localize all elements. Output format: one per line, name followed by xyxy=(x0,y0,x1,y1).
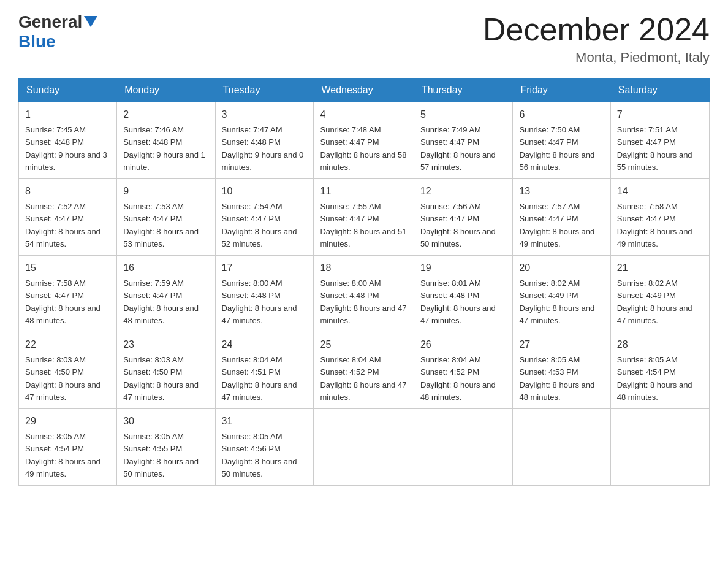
table-row: 22 Sunrise: 8:03 AMSunset: 4:50 PMDaylig… xyxy=(19,332,117,409)
table-row: 15 Sunrise: 7:58 AMSunset: 4:47 PMDaylig… xyxy=(19,256,117,332)
day-number: 1 xyxy=(25,107,110,122)
day-number: 8 xyxy=(25,184,110,199)
day-number: 25 xyxy=(320,337,407,352)
day-info: Sunrise: 8:03 AMSunset: 4:50 PMDaylight:… xyxy=(25,355,100,402)
col-monday: Monday xyxy=(117,79,215,102)
table-row: 4 Sunrise: 7:48 AMSunset: 4:47 PMDayligh… xyxy=(314,102,414,179)
day-info: Sunrise: 8:05 AMSunset: 4:54 PMDaylight:… xyxy=(617,355,692,402)
day-number: 16 xyxy=(123,261,208,275)
day-number: 21 xyxy=(617,261,703,275)
table-row: 20 Sunrise: 8:02 AMSunset: 4:49 PMDaylig… xyxy=(513,256,610,332)
day-number: 30 xyxy=(123,414,208,429)
day-info: Sunrise: 7:48 AMSunset: 4:47 PMDaylight:… xyxy=(320,125,406,172)
day-info: Sunrise: 7:58 AMSunset: 4:47 PMDaylight:… xyxy=(617,202,692,248)
table-row: 21 Sunrise: 8:02 AMSunset: 4:49 PMDaylig… xyxy=(610,256,709,332)
calendar-table: Sunday Monday Tuesday Wednesday Thursday… xyxy=(18,78,710,486)
day-number: 24 xyxy=(222,337,308,352)
table-row: 25 Sunrise: 8:04 AMSunset: 4:52 PMDaylig… xyxy=(314,332,414,409)
col-friday: Friday xyxy=(513,79,610,102)
day-info: Sunrise: 7:52 AMSunset: 4:47 PMDaylight:… xyxy=(25,202,100,248)
day-info: Sunrise: 7:49 AMSunset: 4:47 PMDaylight:… xyxy=(420,125,496,172)
day-number: 17 xyxy=(222,261,308,275)
day-info: Sunrise: 7:57 AMSunset: 4:47 PMDaylight:… xyxy=(519,202,594,248)
day-number: 19 xyxy=(420,261,507,275)
day-info: Sunrise: 8:04 AMSunset: 4:52 PMDaylight:… xyxy=(320,355,406,402)
table-row: 11 Sunrise: 7:55 AMSunset: 4:47 PMDaylig… xyxy=(314,179,414,256)
day-info: Sunrise: 8:04 AMSunset: 4:52 PMDaylight:… xyxy=(420,355,496,402)
day-number: 26 xyxy=(420,337,507,352)
day-info: Sunrise: 7:56 AMSunset: 4:47 PMDaylight:… xyxy=(420,202,496,248)
table-row: 23 Sunrise: 8:03 AMSunset: 4:50 PMDaylig… xyxy=(117,332,215,409)
day-info: Sunrise: 7:58 AMSunset: 4:47 PMDaylight:… xyxy=(25,278,100,325)
table-row: 30 Sunrise: 8:05 AMSunset: 4:55 PMDaylig… xyxy=(117,409,215,486)
day-number: 6 xyxy=(519,107,604,122)
day-number: 4 xyxy=(320,107,407,122)
calendar-week-row: 8 Sunrise: 7:52 AMSunset: 4:47 PMDayligh… xyxy=(19,179,710,256)
table-row: 16 Sunrise: 7:59 AMSunset: 4:47 PMDaylig… xyxy=(117,256,215,332)
table-row: 2 Sunrise: 7:46 AMSunset: 4:48 PMDayligh… xyxy=(117,102,215,179)
table-row: 24 Sunrise: 8:04 AMSunset: 4:51 PMDaylig… xyxy=(215,332,314,409)
col-sunday: Sunday xyxy=(19,79,117,102)
day-number: 29 xyxy=(25,414,110,429)
day-info: Sunrise: 8:00 AMSunset: 4:48 PMDaylight:… xyxy=(222,278,297,325)
day-number: 5 xyxy=(420,107,507,122)
col-wednesday: Wednesday xyxy=(314,79,414,102)
table-row xyxy=(610,409,709,486)
calendar-week-row: 22 Sunrise: 8:03 AMSunset: 4:50 PMDaylig… xyxy=(19,332,710,409)
day-info: Sunrise: 7:55 AMSunset: 4:47 PMDaylight:… xyxy=(320,202,406,248)
table-row xyxy=(414,409,513,486)
table-row: 10 Sunrise: 7:54 AMSunset: 4:47 PMDaylig… xyxy=(215,179,314,256)
logo-blue-text: Blue xyxy=(18,32,56,51)
day-info: Sunrise: 8:05 AMSunset: 4:54 PMDaylight:… xyxy=(25,432,100,478)
calendar-week-row: 1 Sunrise: 7:45 AMSunset: 4:48 PMDayligh… xyxy=(19,102,710,179)
table-row: 17 Sunrise: 8:00 AMSunset: 4:48 PMDaylig… xyxy=(215,256,314,332)
table-row: 13 Sunrise: 7:57 AMSunset: 4:47 PMDaylig… xyxy=(513,179,610,256)
day-number: 12 xyxy=(420,184,507,199)
day-number: 11 xyxy=(320,184,407,199)
day-info: Sunrise: 8:01 AMSunset: 4:48 PMDaylight:… xyxy=(420,278,496,325)
table-row: 1 Sunrise: 7:45 AMSunset: 4:48 PMDayligh… xyxy=(19,102,117,179)
table-row: 27 Sunrise: 8:05 AMSunset: 4:53 PMDaylig… xyxy=(513,332,610,409)
day-info: Sunrise: 8:00 AMSunset: 4:48 PMDaylight:… xyxy=(320,278,406,325)
table-row: 31 Sunrise: 8:05 AMSunset: 4:56 PMDaylig… xyxy=(215,409,314,486)
day-number: 2 xyxy=(123,107,208,122)
day-number: 20 xyxy=(519,261,604,275)
day-info: Sunrise: 8:05 AMSunset: 4:53 PMDaylight:… xyxy=(519,355,594,402)
col-saturday: Saturday xyxy=(610,79,709,102)
table-row xyxy=(314,409,414,486)
day-number: 23 xyxy=(123,337,208,352)
table-row xyxy=(513,409,610,486)
table-row: 14 Sunrise: 7:58 AMSunset: 4:47 PMDaylig… xyxy=(610,179,709,256)
col-tuesday: Tuesday xyxy=(215,79,314,102)
table-row: 3 Sunrise: 7:47 AMSunset: 4:48 PMDayligh… xyxy=(215,102,314,179)
day-number: 7 xyxy=(617,107,703,122)
day-number: 15 xyxy=(25,261,110,275)
day-info: Sunrise: 7:53 AMSunset: 4:47 PMDaylight:… xyxy=(123,202,199,248)
month-title: December 2024 xyxy=(483,12,710,47)
calendar-header-row: Sunday Monday Tuesday Wednesday Thursday… xyxy=(19,79,710,102)
day-number: 10 xyxy=(222,184,308,199)
day-info: Sunrise: 7:51 AMSunset: 4:47 PMDaylight:… xyxy=(617,125,692,172)
day-info: Sunrise: 8:02 AMSunset: 4:49 PMDaylight:… xyxy=(617,278,692,325)
table-row: 26 Sunrise: 8:04 AMSunset: 4:52 PMDaylig… xyxy=(414,332,513,409)
col-thursday: Thursday xyxy=(414,79,513,102)
table-row: 9 Sunrise: 7:53 AMSunset: 4:47 PMDayligh… xyxy=(117,179,215,256)
day-info: Sunrise: 8:02 AMSunset: 4:49 PMDaylight:… xyxy=(519,278,594,325)
day-info: Sunrise: 7:50 AMSunset: 4:47 PMDaylight:… xyxy=(519,125,594,172)
day-number: 28 xyxy=(617,337,703,352)
table-row: 8 Sunrise: 7:52 AMSunset: 4:47 PMDayligh… xyxy=(19,179,117,256)
logo: General Blue xyxy=(18,12,97,52)
day-number: 13 xyxy=(519,184,604,199)
day-info: Sunrise: 8:04 AMSunset: 4:51 PMDaylight:… xyxy=(222,355,297,402)
day-info: Sunrise: 8:05 AMSunset: 4:55 PMDaylight:… xyxy=(123,432,199,478)
title-area: December 2024 Monta, Piedmont, Italy xyxy=(483,12,710,66)
day-info: Sunrise: 7:45 AMSunset: 4:48 PMDaylight:… xyxy=(25,125,107,172)
svg-marker-0 xyxy=(84,16,97,27)
day-number: 22 xyxy=(25,337,110,352)
day-number: 14 xyxy=(617,184,703,199)
day-number: 3 xyxy=(222,107,308,122)
day-number: 18 xyxy=(320,261,407,275)
page-header: General Blue December 2024 Monta, Piedmo… xyxy=(18,12,710,66)
table-row: 18 Sunrise: 8:00 AMSunset: 4:48 PMDaylig… xyxy=(314,256,414,332)
day-info: Sunrise: 8:05 AMSunset: 4:56 PMDaylight:… xyxy=(222,432,297,478)
